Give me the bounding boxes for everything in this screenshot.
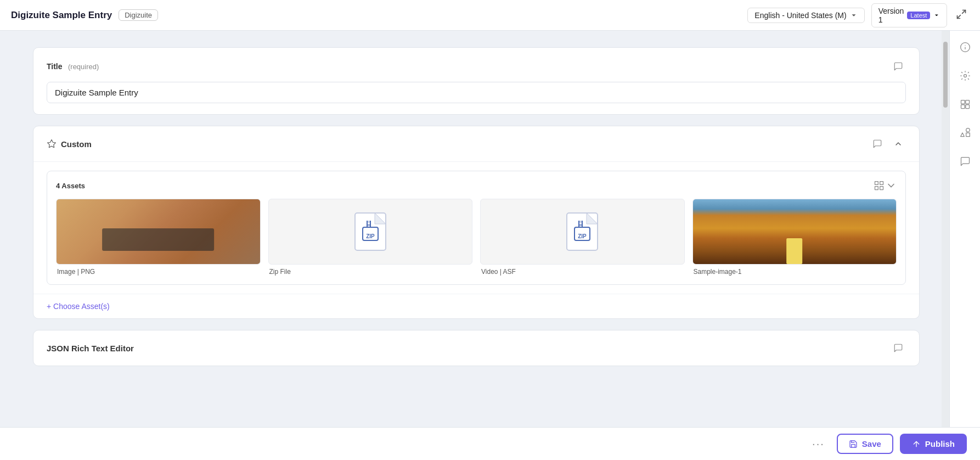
svg-rect-26 (965, 100, 969, 104)
language-label: English - United States (M) (754, 11, 846, 20)
svg-text:ZIP: ZIP (366, 233, 375, 239)
comment-icon (893, 61, 903, 71)
json-comment-icon[interactable] (891, 340, 906, 356)
sidebar-chat-icon[interactable] (956, 153, 974, 170)
chevron-down-icon (933, 12, 940, 19)
asset-item[interactable]: ZIP Zip File (268, 199, 473, 276)
structure-icon (960, 99, 971, 110)
chevron-down-icon (850, 12, 858, 19)
svg-text:ZIP: ZIP (578, 233, 587, 239)
publish-label: Publish (925, 439, 955, 448)
sidebar-structure-icon[interactable] (956, 96, 974, 113)
asset-label: Zip File (268, 268, 473, 276)
svg-marker-2 (48, 140, 56, 148)
chat-icon (960, 156, 971, 167)
scrollbar[interactable] (942, 31, 949, 427)
asset-thumbnail: ZIP (268, 199, 473, 265)
custom-label: Custom (61, 139, 92, 149)
sidebar-settings-icon[interactable] (956, 67, 974, 85)
fullscreen-icon (956, 9, 967, 20)
custom-header-right (870, 136, 906, 152)
collapse-button[interactable] (891, 136, 906, 152)
comment-icon (872, 139, 882, 149)
custom-header-left: Custom (47, 139, 92, 149)
title-required: (required) (68, 63, 99, 71)
org-badge: Digizuite (119, 9, 158, 21)
svg-point-30 (966, 128, 970, 132)
zip-file-icon: ZIP (354, 212, 387, 251)
language-selector[interactable]: English - United States (M) (747, 8, 864, 23)
asset-label: Video | ASF (480, 268, 685, 276)
svg-rect-25 (961, 100, 965, 104)
choose-assets-label: + Choose Asset(s) (47, 302, 110, 311)
svg-rect-7 (355, 213, 386, 250)
asset-label: Sample-image-1 (692, 268, 897, 276)
save-label: Save (862, 439, 881, 448)
svg-point-24 (964, 75, 966, 77)
asset-thumbnail: ZIP (480, 199, 685, 265)
custom-card: Custom (33, 126, 920, 319)
right-sidebar (949, 31, 980, 427)
publish-icon (912, 440, 921, 448)
svg-rect-29 (966, 133, 970, 137)
road-image (693, 199, 897, 264)
title-label-group: Title (required) (47, 61, 99, 71)
title-label: Title (47, 62, 63, 71)
zip-file-icon: ZIP (566, 212, 599, 251)
svg-rect-5 (875, 187, 878, 190)
shapes-icon (960, 127, 971, 138)
svg-rect-27 (961, 105, 965, 109)
json-card: JSON Rich Text Editor (33, 330, 920, 366)
zip-icon: ZIP (354, 212, 387, 251)
save-button[interactable]: Save (837, 434, 893, 454)
asset-item[interactable]: Sample-image-1 (692, 199, 897, 276)
svg-rect-19 (579, 221, 582, 223)
svg-rect-28 (965, 105, 969, 109)
settings-icon (960, 70, 971, 81)
asset-thumbnail (56, 199, 261, 265)
body-wrap: Title (required) Custom (0, 31, 980, 427)
save-icon (849, 440, 858, 448)
sidebar-shapes-icon[interactable] (956, 124, 974, 142)
asset-item[interactable]: Image | PNG (56, 199, 261, 276)
svg-rect-20 (579, 224, 582, 226)
title-input[interactable] (47, 82, 906, 103)
collapse-icon (894, 139, 903, 148)
scrollbar-thumb[interactable] (943, 42, 948, 108)
svg-rect-12 (367, 221, 370, 223)
json-label: JSON Rich Text Editor (47, 344, 134, 353)
title-comment-icon[interactable] (891, 59, 906, 74)
main-content: Title (required) Custom (0, 31, 942, 427)
svg-rect-6 (880, 187, 883, 190)
more-options-button[interactable]: ··· (807, 435, 830, 452)
grid-view-icon[interactable] (874, 180, 897, 191)
zip-icon: ZIP (566, 212, 599, 251)
page-title: Digizuite Sample Entry (11, 10, 112, 21)
choose-assets-button[interactable]: + Choose Asset(s) (33, 294, 919, 318)
assets-header: 4 Assets (56, 180, 897, 191)
sidebar-info-icon[interactable] (956, 38, 974, 56)
title-card-header: Title (required) (47, 59, 906, 74)
comment-icon (893, 343, 903, 353)
fullscreen-button[interactable] (954, 7, 969, 24)
svg-line-0 (962, 10, 966, 14)
svg-rect-4 (880, 182, 883, 185)
svg-line-1 (958, 15, 961, 19)
grid-icon (874, 180, 885, 191)
dropdown-chevron-icon (886, 180, 897, 191)
asset-label: Image | PNG (56, 268, 261, 276)
info-icon (960, 42, 971, 53)
laptop-image (57, 199, 260, 264)
assets-grid: Image | PNG ZIP (56, 199, 897, 276)
asset-item[interactable]: ZIP Video | ASF (480, 199, 685, 276)
version-selector[interactable]: Version 1 Latest (871, 3, 947, 27)
publish-button[interactable]: Publish (900, 434, 967, 454)
svg-rect-13 (367, 224, 370, 226)
footer-bar: ··· Save Publish (0, 427, 980, 460)
svg-rect-3 (875, 182, 878, 185)
custom-comment-icon[interactable] (870, 136, 885, 152)
json-card-header: JSON Rich Text Editor (33, 330, 919, 366)
title-card: Title (required) (33, 47, 920, 115)
asset-thumbnail (692, 199, 897, 265)
header: Digizuite Sample Entry Digizuite English… (0, 0, 980, 31)
